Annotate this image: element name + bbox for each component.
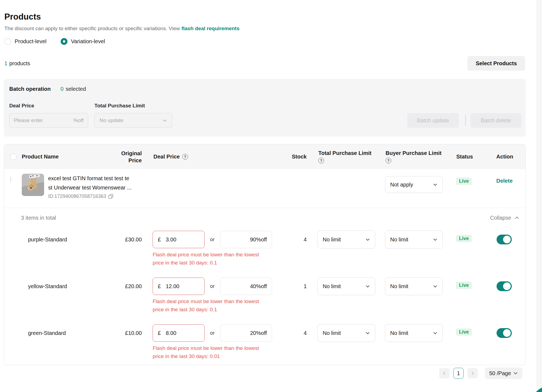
toggle-knob: [503, 282, 511, 290]
chevron-down-icon: [513, 371, 518, 376]
status-badge: Live: [456, 235, 472, 242]
deal-price-error: Flash deal price must be lower than the …: [142, 297, 270, 314]
variation-name: green-Standard: [19, 324, 112, 342]
deal-price-error: Flash deal price must be lower than the …: [142, 251, 270, 267]
total-limit-select[interactable]: No limit: [318, 277, 375, 295]
batch-update-button[interactable]: Batch update: [407, 113, 459, 128]
variations-summary-row: 3 items in total Collapse: [4, 208, 525, 228]
pagination: 1 50 /Page: [4, 368, 526, 379]
chevron-down-icon: [433, 182, 438, 187]
help-question-icon[interactable]: ?: [182, 154, 188, 160]
page-size-select[interactable]: 50 /Page: [485, 368, 522, 379]
deal-price-field[interactable]: £: [153, 231, 205, 248]
deal-price-input[interactable]: [166, 237, 199, 243]
col-buyer-limit-label: Buyer Purchase Limit: [386, 150, 442, 156]
batch-deal-price-field[interactable]: %off: [9, 113, 88, 128]
percent-off-field[interactable]: [220, 231, 272, 248]
total-limit-value: No limit: [323, 330, 341, 336]
variation-row: purple-Standard £30.00 £ or 4 No limit N…: [4, 228, 525, 274]
status-badge: Live: [456, 178, 472, 185]
selected-count-label: selected: [66, 86, 86, 92]
percent-off-input[interactable]: [225, 237, 267, 243]
help-question-icon[interactable]: ?: [318, 158, 324, 163]
variation-toggle[interactable]: [497, 281, 512, 291]
currency-symbol: £: [158, 283, 161, 290]
col-product-name: Product Name: [19, 144, 112, 169]
product-checkbox[interactable]: [10, 177, 11, 182]
copy-icon[interactable]: [108, 194, 113, 199]
delete-link[interactable]: Delete: [496, 178, 513, 184]
batch-total-limit-value: No update: [100, 117, 124, 123]
product-name-line1: excel test GTIN format test test te: [48, 174, 131, 183]
products-count-label: products: [9, 60, 30, 67]
collapse-label: Collapse: [490, 215, 511, 221]
prev-page-button[interactable]: [439, 368, 449, 378]
batch-selected-count: 0 selected: [60, 86, 86, 92]
deal-price-input[interactable]: [166, 283, 199, 290]
toggle-knob: [503, 236, 511, 243]
chevron-down-icon: [365, 237, 370, 242]
radio-off-icon[interactable]: [4, 38, 11, 45]
scrollbar[interactable]: [537, 0, 542, 392]
level-radio-group: Product-level Variation-level: [4, 38, 105, 45]
col-buyer-purchase-limit: Buyer Purchase Limit ?: [385, 144, 452, 169]
chevron-left-icon: [442, 371, 446, 375]
radio-variation-level[interactable]: Variation-level: [61, 38, 105, 45]
collapse-control[interactable]: Collapse: [490, 215, 519, 221]
radio-product-level[interactable]: Product-level: [4, 38, 47, 45]
percent-off-suffix: %off: [73, 117, 84, 123]
chevron-down-icon: [365, 284, 370, 289]
batch-delete-button[interactable]: Batch delete: [470, 113, 521, 128]
deal-price-error: Flash deal price must be lower than the …: [142, 344, 270, 360]
percent-off-input[interactable]: [225, 283, 267, 290]
chevron-down-icon: [433, 331, 438, 335]
total-limit-value: No limit: [323, 237, 341, 243]
batch-deal-price-label: Deal Price: [9, 103, 34, 109]
percent-off-field[interactable]: [220, 278, 272, 295]
buyer-limit-select[interactable]: No limit: [385, 277, 443, 295]
buyer-limit-select[interactable]: Not apply: [385, 176, 443, 193]
buyer-limit-value: No limit: [390, 237, 408, 243]
select-all-checkbox[interactable]: [10, 154, 16, 160]
variation-toggle[interactable]: [497, 328, 512, 338]
product-name: excel test GTIN format test test te st U…: [48, 174, 131, 192]
status-badge: Live: [456, 282, 472, 289]
variation-toggle[interactable]: [497, 235, 512, 244]
deal-price-input[interactable]: [166, 330, 199, 336]
flash-deal-requirements-link[interactable]: flash deal requirements: [181, 26, 239, 31]
total-limit-select[interactable]: No limit: [318, 231, 375, 248]
chevron-down-icon: [162, 118, 167, 123]
col-total-limit-label: Total Purchase Limit: [318, 150, 371, 156]
product-name-line2: st Underwear test Womenswear ...: [48, 183, 131, 192]
batch-operation-panel: Batch operation 0 selected Deal Price To…: [4, 79, 526, 137]
chevron-down-icon: [433, 284, 438, 289]
buyer-limit-value: No limit: [390, 283, 408, 290]
percent-off-input[interactable]: [225, 330, 267, 336]
page-size-value: 50 /Page: [489, 370, 511, 377]
or-label: or: [210, 283, 215, 289]
status-badge: Live: [456, 328, 472, 336]
batch-total-limit-select[interactable]: No update: [94, 113, 172, 128]
total-limit-select[interactable]: No limit: [318, 324, 375, 342]
select-products-button[interactable]: Select Products: [467, 56, 525, 71]
percent-off-field[interactable]: [220, 324, 272, 342]
buyer-limit-select[interactable]: No limit: [385, 231, 443, 248]
radio-on-icon[interactable]: [61, 38, 67, 45]
buyer-limit-select[interactable]: No limit: [385, 324, 443, 342]
page-title: Products: [4, 12, 41, 22]
col-status: Status: [452, 144, 492, 169]
batch-deal-price-input[interactable]: [14, 117, 73, 123]
page-number[interactable]: 1: [453, 368, 464, 379]
col-deal-price-label: Deal Price: [153, 154, 180, 160]
deal-price-field[interactable]: £: [153, 324, 205, 342]
next-page-button[interactable]: [467, 368, 478, 378]
variation-stock: 1: [275, 277, 307, 295]
help-question-icon[interactable]: ?: [386, 158, 391, 163]
radio-variation-level-label: Variation-level: [71, 38, 105, 45]
chevron-down-icon: [365, 331, 370, 335]
deal-price-field[interactable]: £: [153, 278, 205, 295]
button-divider: [465, 115, 466, 126]
table-header-row: Product Name Original Price Deal Price ?…: [4, 144, 525, 169]
total-limit-value: No limit: [323, 283, 341, 290]
selected-count-value: 0: [60, 86, 63, 92]
